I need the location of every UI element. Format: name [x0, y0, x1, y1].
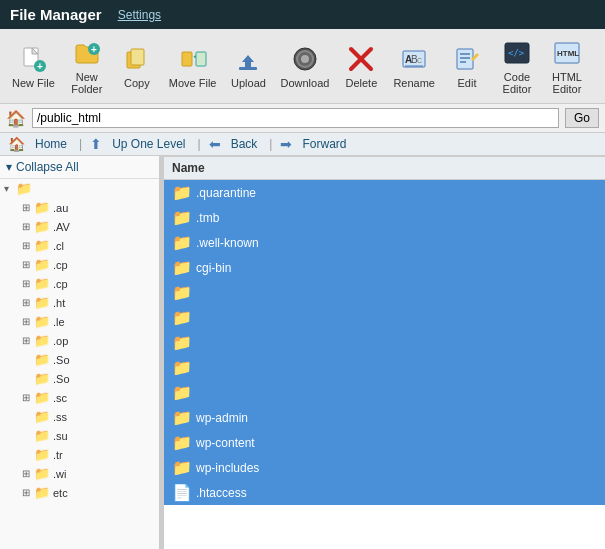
tree-item[interactable]: ⊞ 📁 .cp	[0, 255, 159, 274]
folder-icon: 📁	[34, 200, 50, 215]
tree-item[interactable]: 📁 .tr	[0, 445, 159, 464]
tree-item[interactable]: ⊞ 📁 .AV	[0, 217, 159, 236]
tree-item[interactable]: ⊞ 📁 .cp	[0, 274, 159, 293]
tree-item[interactable]: ⊞ 📁 .au	[0, 198, 159, 217]
collapse-all-button[interactable]: ▾ Collapse All	[0, 156, 159, 179]
folder-icon: 📁	[34, 333, 50, 348]
tree-item-label: .tr	[53, 449, 63, 461]
nav-home-button[interactable]: Home	[31, 136, 71, 152]
svg-rect-23	[457, 49, 473, 69]
tree-item-toggle: ⊞	[22, 278, 34, 289]
folder-icon: 📁	[34, 371, 50, 386]
navbar: 🏠 Home | ⬆ Up One Level | ⬅ Back | ➡ For…	[0, 133, 605, 156]
table-row[interactable]: 📁	[164, 305, 605, 330]
new-file-icon: +	[17, 43, 49, 75]
toolbar: +New File+New FolderCopy➜Move FileUpload…	[0, 29, 605, 104]
folder-icon: 📁	[34, 390, 50, 405]
table-row[interactable]: 📁 cgi-bin	[164, 255, 605, 280]
folder-icon: 📁	[172, 408, 192, 427]
new-folder-label: New Folder	[71, 71, 102, 95]
move-file-button[interactable]: ➜Move File	[163, 39, 223, 93]
folder-icon: 📁	[172, 183, 192, 202]
tree-item-label: .wi	[53, 468, 66, 480]
table-row[interactable]: 📁	[164, 330, 605, 355]
tree-item[interactable]: ⊞ 📁 .ht	[0, 293, 159, 312]
nav-home-icon: 🏠	[8, 136, 25, 152]
table-row[interactable]: 📁 .well-known	[164, 230, 605, 255]
file-cell: 📁	[164, 380, 605, 405]
tree-root-item[interactable]: ▾ 📁	[0, 179, 159, 198]
go-button[interactable]: Go	[565, 108, 599, 128]
nav-forward-button[interactable]: Forward	[298, 136, 350, 152]
file-name: .tmb	[196, 211, 219, 225]
file-table: Name 📁 .quarantine 📁 .tmb 📁 .well-known …	[164, 156, 605, 505]
svg-text:</>: </>	[508, 48, 525, 58]
rename-button[interactable]: ABCRename	[387, 39, 441, 93]
tree-item[interactable]: ⊞ 📁 etc	[0, 483, 159, 502]
tree-item-toggle: ⊞	[22, 392, 34, 403]
copy-button[interactable]: Copy	[113, 39, 161, 93]
nav-up-icon: ⬆	[90, 136, 102, 152]
folder-icon: 📁	[172, 258, 192, 277]
tree-item[interactable]: 📁 .ss	[0, 407, 159, 426]
download-button[interactable]: Download	[274, 39, 335, 93]
table-row[interactable]: 📁	[164, 380, 605, 405]
folder-icon: 📁	[172, 308, 192, 327]
tree-item[interactable]: ⊞ 📁 .le	[0, 312, 159, 331]
tree-item[interactable]: 📁 .su	[0, 426, 159, 445]
delete-button[interactable]: Delete	[337, 39, 385, 93]
svg-text:+: +	[91, 44, 97, 55]
edit-button[interactable]: Edit	[443, 39, 491, 93]
tree-item[interactable]: 📁 .So	[0, 350, 159, 369]
folder-icon: 📁	[172, 458, 192, 477]
tree-item[interactable]: 📁 .So	[0, 369, 159, 388]
folder-icon: 📁	[34, 466, 50, 481]
tree-item[interactable]: ⊞ 📁 .sc	[0, 388, 159, 407]
app-title: File Manager	[10, 6, 102, 23]
tree-item-label: .cp	[53, 278, 68, 290]
new-folder-button[interactable]: +New Folder	[63, 33, 111, 99]
tree-root-toggle: ▾	[4, 183, 16, 194]
table-row[interactable]: 📁 wp-content	[164, 430, 605, 455]
folder-icon: 📁	[34, 295, 50, 310]
new-file-button[interactable]: +New File	[6, 39, 61, 93]
folder-icon: 📁	[34, 219, 50, 234]
collapse-label: Collapse All	[16, 160, 79, 174]
folder-icon: 📁	[172, 383, 192, 402]
table-row[interactable]: 📁 .quarantine	[164, 180, 605, 206]
tree-item-label: .sc	[53, 392, 67, 404]
table-row[interactable]: 📁 wp-includes	[164, 455, 605, 480]
html-editor-button[interactable]: HTMLHTML Editor	[543, 33, 591, 99]
html-editor-icon: HTML	[551, 37, 583, 69]
folder-icon: 📁	[34, 485, 50, 500]
header: File Manager Settings	[0, 0, 605, 29]
name-column-header: Name	[164, 157, 605, 180]
table-row[interactable]: 📄 .htaccess	[164, 480, 605, 505]
edit-icon	[451, 43, 483, 75]
folder-icon: 📁	[34, 257, 50, 272]
table-row[interactable]: 📁 .tmb	[164, 205, 605, 230]
file-cell: 📁	[164, 330, 605, 355]
settings-link[interactable]: Settings	[118, 8, 161, 22]
tree-item-toggle: ⊞	[22, 468, 34, 479]
tree-item[interactable]: ⊞ 📁 .wi	[0, 464, 159, 483]
tree-item-label: .AV	[53, 221, 70, 233]
file-name: wp-includes	[196, 461, 259, 475]
upload-button[interactable]: Upload	[224, 39, 272, 93]
rename-icon: ABC	[398, 43, 430, 75]
tree-item-label: .ht	[53, 297, 65, 309]
tree-item[interactable]: ⊞ 📁 .cl	[0, 236, 159, 255]
nav-back-button[interactable]: Back	[227, 136, 262, 152]
home-small-icon: 🏠	[6, 109, 26, 128]
table-row[interactable]: 📁	[164, 280, 605, 305]
table-row[interactable]: 📁 wp-admin	[164, 405, 605, 430]
copy-label: Copy	[124, 77, 150, 89]
tree-item-label: .So	[53, 373, 70, 385]
code-editor-button[interactable]: </>Code Editor	[493, 33, 541, 99]
folder-icon: 📁	[172, 333, 192, 352]
folder-icon: 📁	[34, 314, 50, 329]
path-input[interactable]	[32, 108, 559, 128]
tree-item[interactable]: ⊞ 📁 .op	[0, 331, 159, 350]
nav-up-button[interactable]: Up One Level	[108, 136, 189, 152]
table-row[interactable]: 📁	[164, 355, 605, 380]
